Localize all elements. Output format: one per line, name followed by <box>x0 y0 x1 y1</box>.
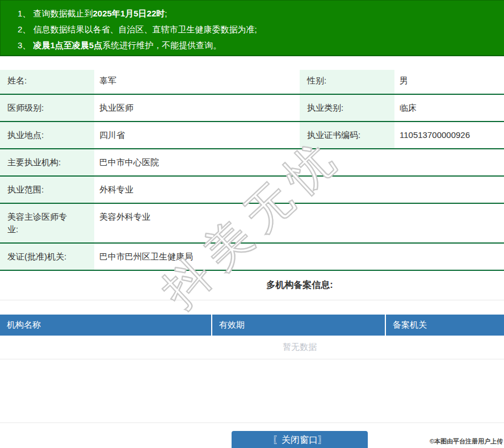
field-label-gender: 性别: <box>300 70 394 94</box>
table-row-location-license: 执业地点: 四川省 执业证书编码: 110513700000926 <box>0 122 504 149</box>
header-cell-validity-period: 有效期 <box>211 315 385 336</box>
table-row-main-institution: 主要执业机构: 巴中市中心医院 <box>0 149 504 177</box>
field-label-doctor-level: 医师级别: <box>0 95 94 121</box>
notice-segment-bold: 凌晨1点至凌晨5点 <box>33 40 103 50</box>
field-value-practice-category: 临床 <box>394 95 504 121</box>
field-value-doctor-level: 执业医师 <box>94 95 300 121</box>
table-row-issuing-authority: 发证(批准)机关: 巴中市巴州区卫生健康局 <box>0 244 504 271</box>
field-label-main-institution: 主要执业机构: <box>0 149 94 175</box>
field-value-practice-location: 四川省 <box>94 122 300 148</box>
notice-segment: 2、 信息数据结果以各省、自治区、直辖市卫生健康委数据为准; <box>18 24 257 34</box>
copyright-note: ©本图由平台注册用户上传 <box>430 437 503 446</box>
empty-data-text: 暂无数据 <box>0 336 504 359</box>
spacer <box>0 300 504 315</box>
doctor-info-table: 姓名: 辜军 性别: 男 医师级别: 执业医师 执业类别: 临床 执业地点: 四… <box>0 70 504 271</box>
notice-segment: 3、 <box>18 40 33 50</box>
field-label-issuing-authority: 发证(批准)机关: <box>0 244 94 270</box>
field-label-name: 姓名: <box>0 70 94 94</box>
field-value-cosmetic-specialty: 美容外科专业 <box>94 204 504 242</box>
notice-line-3: 3、 凌晨1点至凌晨5点系统进行维护，不能提供查询。 <box>18 37 504 53</box>
field-value-gender: 男 <box>394 70 504 94</box>
table-row-practice-scope: 执业范围: 外科专业 <box>0 177 504 204</box>
notice-banner: 1、 查询数据截止到2025年1月5日22时; 2、 信息数据结果以各省、自治区… <box>0 0 504 56</box>
notice-segment: 系统进行维护，不能提供查询。 <box>102 40 221 50</box>
field-label-license-number: 执业证书编码: <box>300 122 394 148</box>
table-row-level-category: 医师级别: 执业医师 执业类别: 临床 <box>0 95 504 122</box>
field-value-main-institution: 巴中市中心医院 <box>94 149 504 175</box>
close-window-button[interactable]: 〖关闭窗口〗 <box>232 431 368 448</box>
notice-line-1: 1、 查询数据截止到2025年1月5日22时; <box>18 6 504 22</box>
field-label-practice-category: 执业类别: <box>300 95 394 121</box>
table-row-cosmetic-specialty: 美容主诊医师专业: 美容外科专业 <box>0 204 504 244</box>
field-label-practice-location: 执业地点: <box>0 122 94 148</box>
header-cell-filing-authority: 备案机关 <box>385 315 504 336</box>
notice-segment-bold: 2025年1月5日22时 <box>93 9 165 18</box>
query-result-page: 1、 查询数据截止到2025年1月5日22时; 2、 信息数据结果以各省、自治区… <box>0 0 504 448</box>
field-value-practice-scope: 外科专业 <box>94 177 504 203</box>
field-value-license-number: 110513700000926 <box>394 122 504 148</box>
field-value-issuing-authority: 巴中市巴州区卫生健康局 <box>94 244 504 270</box>
spacer <box>0 359 504 422</box>
page-content: 1、 查询数据截止到2025年1月5日22时; 2、 信息数据结果以各省、自治区… <box>0 0 504 448</box>
header-cell-institution-name: 机构名称 <box>0 315 211 336</box>
notice-segment: 1、 查询数据截止到 <box>18 9 93 18</box>
table-row-name-gender: 姓名: 辜军 性别: 男 <box>0 70 504 95</box>
field-value-name: 辜军 <box>94 70 300 94</box>
field-label-cosmetic-specialty: 美容主诊医师专业: <box>0 204 94 242</box>
footer-bar: 〖关闭窗口〗 <box>0 422 504 448</box>
field-label-practice-scope: 执业范围: <box>0 177 94 203</box>
spacer <box>0 56 504 70</box>
multi-org-records-title: 多机构备案信息: <box>0 271 504 300</box>
notice-segment: ; <box>165 9 167 18</box>
notice-line-2: 2、 信息数据结果以各省、自治区、直辖市卫生健康委数据为准; <box>18 22 504 37</box>
records-table-header: 机构名称 有效期 备案机关 <box>0 315 504 336</box>
